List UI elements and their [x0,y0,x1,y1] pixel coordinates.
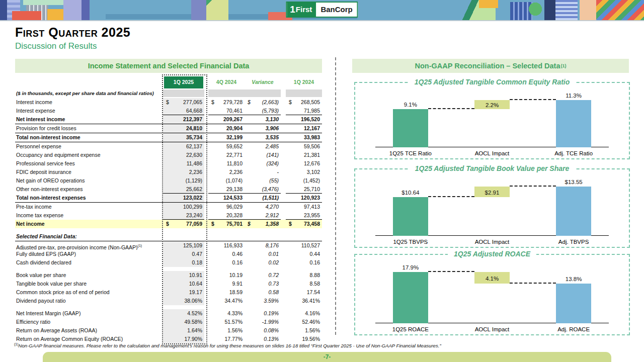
connector-line [428,271,474,272]
footer-bar: -7- [43,352,611,362]
income-table-body: Interest income$277,065$279,728$(2,663)$… [15,98,322,343]
units-note: ($ in thousands, except per share data a… [15,89,163,97]
footnote-text: Non-GAAP financial measures. Please refe… [19,343,441,348]
chart-panel-roace: 1Q25 Adjusted ROACE 1Q25 ROACE17.9%AOCL … [354,254,630,335]
waterfall-bar [393,197,428,236]
table-row: Professional service fees11,48611,810(32… [15,159,322,168]
table-row [15,267,322,271]
table-row: Other non-interest expenses25,66229,138(… [15,185,322,194]
slide: 1First BanCorp First Quarter 2025 Discus… [0,0,644,362]
waterfall-bar [393,109,428,147]
right-section-title-text: Non-GAAP Reconciliation – Selected Data [415,62,560,70]
chart-panel-tbvps: 1Q25 Adjusted Tangible Book Value per Sh… [354,168,630,248]
page-title: First Quarter 2025 [15,25,130,40]
table-row: Provision for credit losses24,81020,9043… [15,124,322,133]
panel-divider-line [335,57,336,335]
value-label: $13.55 [543,179,604,185]
table-row: Cash dividend declared0.180.160.020.16 [15,258,322,267]
value-label: 9.1% [380,102,441,108]
table-row: Net interest income212,397209,2673,13019… [15,115,322,124]
table-row: Total non-interest income35,73432,1993,5… [15,133,322,142]
table-row [15,305,322,309]
chart-title-tbvps: 1Q25 Adjusted Tangible Book Value per Sh… [409,164,576,172]
table-row: Interest expense64,66870,461(5,793)71,98… [15,107,322,115]
table-header-row: 1Q 2025 4Q 2024 Variance 1Q 2024 [15,76,322,88]
logo-one: 1 [290,5,295,15]
column-header-4q2024: 4Q 2024 [208,76,245,88]
waterfall-bar [556,187,591,236]
chart-title-roace: 1Q25 Adjusted ROACE [448,250,536,258]
table-row: Net income$77,059$75,701$1,358$73,458 [15,220,322,228]
value-label: $2.91 [462,190,522,196]
column-header-variance: Variance [245,76,281,88]
right-section-header: Non-GAAP Reconciliation – Selected Data(… [352,59,629,73]
waterfall-bar [556,284,591,323]
table-row: Personnel expense62,13759,6522,48559,506 [15,142,322,151]
city-skyline-banner: 1First BanCorp [0,0,644,21]
connector-line [428,196,474,197]
connector-line [428,108,474,109]
table-row: Income tax expense23,24020,3282,91223,95… [15,211,322,220]
chart-title-tce-ratio: 1Q25 Adjusted Tangible Common Equity Rat… [409,78,576,86]
category-label: Adj. TCE Ratio [536,150,611,156]
firstbancorp-logo: 1First BanCorp [286,2,358,18]
category-label: 1Q25 TCE Ratio [373,150,448,156]
category-label: Adj. ROACE [536,326,611,332]
value-label: 2.2% [462,102,522,108]
table-row: Adjusted pre-tax, pre-provision income (… [15,241,322,250]
waterfall-chart-tbvps: 1Q25 TBVPS$10.64AOCL Impact$2.91Adj. TBV… [370,178,614,245]
column-header-1q2025: 1Q 2025 [164,76,203,88]
category-label: 1Q25 TBVPS [373,239,448,245]
income-statement-table: 1Q 2025 4Q 2024 Variance 1Q 2024 ($ in t… [15,76,322,343]
chart-panel-tce-ratio: 1Q25 Adjusted Tangible Common Equity Rat… [354,82,630,159]
table-row: Total non-interest expenses123,022124,53… [15,194,322,203]
value-label: 11.3% [543,93,604,99]
table-row: Common stock price as of end of period19… [15,288,322,297]
value-label: $10.64 [380,190,441,196]
waterfall-bar [556,100,591,147]
page-number: -7- [43,352,611,362]
table-row: Fully diluted EPS (GAAP)0.470.460.010.44 [15,250,322,258]
logo-bancorp-block: BanCorp [316,3,357,17]
table-row: Selected Financial Data: [15,232,322,241]
table-note-row: ($ in thousands, except per share data a… [15,89,322,97]
category-label: AOCL Impact [454,239,530,245]
connector-line [510,99,556,100]
connector-line [510,283,556,284]
right-section-title-footnote-marker: (1) [561,63,567,68]
logo-first-block: 1First [287,3,316,17]
value-label: 17.9% [380,264,441,270]
table-row: Pre-tax income100,29996,0294,27097,413 [15,203,322,211]
page-subtitle: Discussion of Results [15,41,97,51]
table-row: Book value per share10.9110.190.728.88 [15,271,322,280]
waterfall-chart-roace: 1Q25 ROACE17.9%AOCL Impact4.1%Adj. ROACE… [370,264,614,332]
footnote-marker: (1) [14,342,19,346]
table-row: Dividend payout ratio38.06%34.47%3.59%36… [15,297,322,305]
table-row: Tangible book value per share10.649.910.… [15,280,322,288]
category-label: AOCL Impact [454,150,530,156]
table-row: Net gain of OREO operations(1,129)(1,074… [15,176,322,185]
value-label: 4.1% [462,276,522,282]
value-label: 13.8% [543,276,604,282]
column-header-1q2024: 1Q 2024 [286,76,322,88]
left-section-header: Income Statement and Selected Financial … [15,59,322,73]
category-label: AOCL Impact [454,326,530,332]
table-row: FDIC deposit insurance2,2362,236-3,102 [15,168,322,176]
table-row: Net Interest Margin (GAAP)4.52%4.33%0.19… [15,309,322,318]
logo-first-text: First [296,5,312,15]
table-row: Return on Average Assets (ROAA)1.64%1.56… [15,326,322,335]
connector-line [510,186,556,187]
category-label: 1Q25 ROACE [373,326,448,332]
table-row [15,228,322,232]
waterfall-bar [393,272,428,323]
footnote: (1)Non-GAAP financial measures. Please r… [14,342,628,348]
category-label: Adj. TBVPS [536,239,611,245]
waterfall-chart-tce-ratio: 1Q25 TCE Ratio9.1%AOCL Impact2.2%Adj. TC… [370,92,614,156]
table-row: Efficiency ratio49.58%51.57%-1.99%52.46% [15,318,322,326]
table-row: Interest income$277,065$279,728$(2,663)$… [15,98,322,107]
table-row: Occupancy and equipment expense22,63022,… [15,151,322,159]
